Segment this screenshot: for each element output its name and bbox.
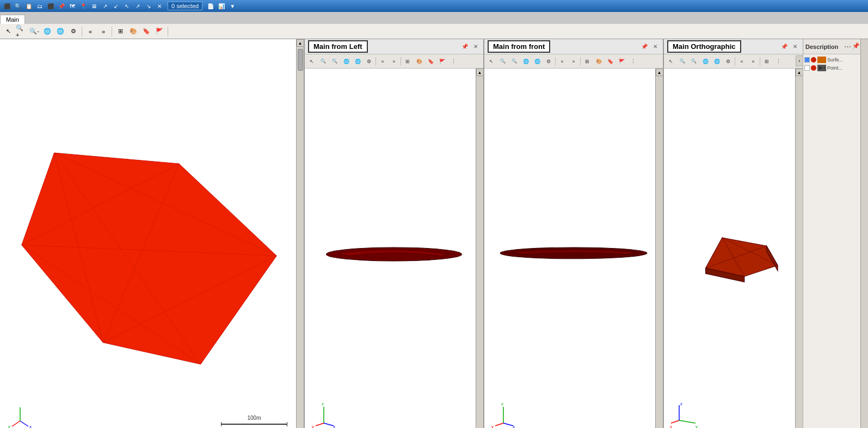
ov-globe2[interactable]: 🌐 [711,56,722,67]
toolbar-bookmark[interactable]: 🔖 [140,26,152,38]
main-tab[interactable]: Main [0,15,25,24]
desc-ellipsis[interactable]: ⋯ [844,42,851,51]
left-close-btn[interactable]: ✕ [471,42,480,51]
fv-globe2[interactable]: 🌐 [532,56,543,67]
lv-globe2[interactable]: 🌐 [352,56,363,67]
ortho-scrollbar-v[interactable]: ▲ [795,69,803,428]
tool-icon-18[interactable]: ▼ [227,1,237,11]
lv-color[interactable]: 🎨 [414,56,424,67]
toolbar-flag[interactable]: 🚩 [153,26,165,38]
front-scroll-up[interactable]: ▲ [656,69,663,76]
ortho-pin-btn[interactable]: 📌 [780,42,789,51]
fv-color[interactable]: 🎨 [593,56,604,67]
lv-zoom-in[interactable]: 🔍 [318,56,329,67]
toolbar-arrow[interactable]: ↖ [2,26,14,38]
tool-icon-10[interactable]: ↗ [100,1,110,11]
fv-sep2 [580,57,581,66]
ov-globe1[interactable]: 🌐 [700,56,711,67]
front-pin-btn[interactable]: 📌 [640,42,649,51]
front-viewport-toolbar: ↖ 🔍 🔍 🌐 🌐 ⚙ « » ⊞ 🎨 🔖 🚩 ⋮ [484,54,663,69]
desc-check-1[interactable] [804,57,810,63]
ov-zoom-in[interactable]: 🔍 [677,56,688,67]
ov-zoom-out[interactable]: 🔍 [688,56,699,67]
lv-settings[interactable]: ⚙ [364,56,374,67]
ov-left[interactable]: « [736,56,747,67]
lv-zoom-out[interactable]: 🔍 [329,56,340,67]
fv-right[interactable]: » [568,56,579,67]
desc-eye-2 [811,65,816,71]
left-pin-btn[interactable]: 📌 [460,42,469,51]
tool-icon-9[interactable]: 🖥 [89,1,99,11]
tool-icon-14[interactable]: ↘ [144,1,153,11]
toolbar-settings[interactable]: ⚙ [67,26,79,38]
lv-globe1[interactable]: 🌐 [341,56,352,67]
desc-toggle-btn[interactable]: ‹ [796,55,803,66]
tool-icon-5[interactable]: ⬛ [46,1,56,11]
ortho-scroll-up[interactable]: ▲ [796,69,803,76]
fv-flag[interactable]: 🚩 [616,56,627,67]
tool-icon-1[interactable]: ⬛ [2,1,12,11]
ov-right[interactable]: » [748,56,759,67]
toolbar-grid[interactable]: ⊞ [114,26,126,38]
main-viewport-canvas[interactable]: y x 100m ▲ ◀ [0,39,304,428]
ov-arrow[interactable]: ↖ [666,56,676,67]
fv-zoom-out[interactable]: 🔍 [509,56,520,67]
fv-globe1[interactable]: 🌐 [520,56,531,67]
svg-marker-0 [22,153,276,364]
left-scroll-up[interactable]: ▲ [476,69,484,76]
lv-bookmark[interactable]: 🔖 [425,56,436,67]
front-close-btn[interactable]: ✕ [651,42,660,51]
fv-more[interactable]: ⋮ [627,56,638,67]
fv-arrow[interactable]: ↖ [486,56,497,67]
toolbar-color-picker[interactable]: 🎨 [127,26,139,38]
toolbar-globe-world[interactable]: 🌐 [54,26,66,38]
ortho-close-btn[interactable]: ✕ [791,42,799,51]
ov-settings[interactable]: ⚙ [723,56,734,67]
tool-icon-7[interactable]: 🗺 [67,1,77,11]
scroll-arrow-up[interactable]: ▲ [297,39,304,47]
scale-tick-right [287,422,287,426]
fv-left[interactable]: « [557,56,568,67]
tool-icon-6[interactable]: 📌 [57,1,66,11]
tool-icon-2[interactable]: 🔍 [13,1,23,11]
desc-scrollbar[interactable] [860,39,868,428]
fv-bookmark[interactable]: 🔖 [605,56,615,67]
toolbar-zoom-out[interactable]: 🔍- [28,26,40,38]
tool-icon-15[interactable]: ✕ [155,1,164,11]
toolbar-angle-left[interactable]: « [84,26,96,38]
front-viewport-canvas[interactable]: z y x ▲ ▼ [484,69,663,428]
fv-grid[interactable]: ⊞ [582,56,593,67]
svg-text:y: y [695,424,698,428]
toolbar-globe-local[interactable]: 🌐 [41,26,53,38]
ortho-viewport-canvas[interactable]: z x y ▲ ▼ [664,69,803,428]
fv-settings[interactable]: ⚙ [543,56,554,67]
desc-check-2[interactable] [804,65,810,71]
tool-icon-8[interactable]: 📍 [78,1,88,11]
ov-more[interactable]: ⋮ [773,56,784,67]
desc-color-2 [817,65,826,71]
lv-right[interactable]: » [389,56,399,67]
desc-pin[interactable]: 📌 [852,42,860,51]
fv-zoom-in[interactable]: 🔍 [497,56,508,67]
left-scrollbar-v[interactable]: ▲ [476,69,483,428]
tool-icon-11[interactable]: ↙ [111,1,121,11]
front-scrollbar-v[interactable]: ▲ [655,69,663,428]
tool-icon-3[interactable]: 📋 [24,1,34,11]
lv-grid[interactable]: ⊞ [402,56,413,67]
tool-icon-16[interactable]: 📄 [206,1,216,11]
scroll-thumb-v[interactable] [298,49,303,71]
toolbar-zoom-in[interactable]: 🔍+ [15,26,27,38]
lv-more[interactable]: ⋮ [448,56,459,67]
left-viewport-canvas[interactable]: z y x ▲ ▼ [305,69,483,428]
tool-icon-4[interactable]: 🗂 [35,1,45,11]
ov-grid[interactable]: ⊞ [761,56,772,67]
lv-left[interactable]: « [377,56,388,67]
tool-icon-12[interactable]: ↖ [122,1,132,11]
svg-line-10 [12,421,20,426]
main-scrollbar-v[interactable]: ▲ [296,39,304,428]
toolbar-angle-right[interactable]: » [97,26,109,38]
tool-icon-13[interactable]: ↗ [133,1,143,11]
lv-flag[interactable]: 🚩 [436,56,447,67]
tool-icon-17[interactable]: 📊 [217,1,226,11]
lv-arrow[interactable]: ↖ [306,56,317,67]
